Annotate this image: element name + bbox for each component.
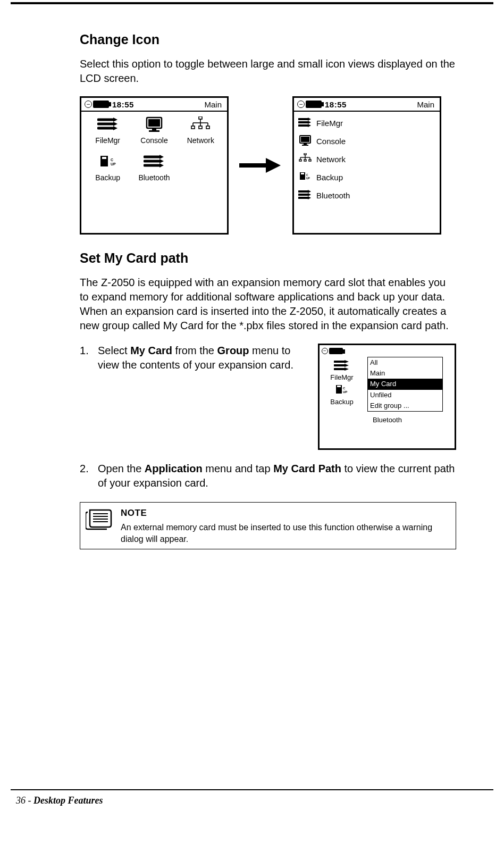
step-text: Open the: [98, 463, 145, 474]
svg-rect-27: [299, 160, 301, 161]
app-label: Backup: [95, 173, 120, 182]
svg-rect-12: [206, 126, 209, 129]
svg-text:UP: UP: [306, 177, 310, 180]
app-filemgr[interactable]: FileMgr: [323, 359, 361, 382]
step-text: menu and tap: [203, 463, 273, 474]
filemgr-icon: [333, 359, 350, 373]
svg-rect-3: [149, 130, 159, 132]
clock-time: 18:55: [112, 100, 134, 109]
list-item-bluetooth[interactable]: Bluetooth: [298, 187, 435, 203]
para-change-icon: Select this option to toggle between lar…: [80, 57, 456, 86]
svg-rect-21: [304, 153, 306, 155]
app-backup[interactable]: CUP Backup: [323, 383, 361, 407]
svg-rect-10: [191, 126, 195, 129]
note-box: NOTE An external memory card must be ins…: [80, 502, 456, 549]
filemgr-icon: [97, 116, 119, 135]
filemgr-icon: [298, 116, 312, 129]
backup-icon: CUP: [333, 383, 350, 397]
step-2: Open the Application menu and tap My Car…: [80, 462, 456, 490]
app-network[interactable]: Network: [178, 116, 224, 150]
note-heading: NOTE: [121, 508, 450, 519]
clock-time: 18:55: [325, 100, 347, 109]
list-item-label: Bluetooth: [316, 191, 350, 200]
list-item-backup[interactable]: CUP Backup: [298, 169, 435, 185]
list-item-console[interactable]: Console: [298, 133, 435, 149]
menu-item-edit-group[interactable]: Edit group ...: [368, 400, 442, 411]
svg-rect-28: [304, 160, 306, 161]
step-text-bold: My Card: [130, 345, 172, 356]
backup-icon: CUP: [97, 153, 119, 172]
menu-item-my-card[interactable]: My Card: [368, 379, 442, 389]
app-console[interactable]: Console: [131, 116, 177, 150]
svg-text:C: C: [111, 158, 113, 162]
note-icon: [86, 507, 113, 533]
console-icon: [143, 116, 165, 135]
svg-rect-35: [337, 386, 341, 387]
page-footer: 36 - Desktop Features: [16, 795, 103, 806]
svg-rect-2: [152, 128, 156, 130]
svg-rect-31: [301, 173, 304, 174]
battery-icon: −: [297, 101, 322, 108]
footer-rule: [11, 789, 493, 790]
list-item-filemgr[interactable]: FileMgr: [298, 115, 435, 131]
footer-sep: -: [26, 795, 33, 806]
app-bluetooth[interactable]: Bluetooth: [131, 153, 177, 187]
para-set-my-card-2: When an expansion card is inserted into …: [80, 304, 456, 333]
list-item-label: FileMgr: [316, 119, 343, 128]
lcd-header: −: [320, 345, 455, 357]
list-item-label: Console: [316, 137, 346, 146]
svg-rect-18: [301, 137, 309, 142]
app-label: Bluetooth: [138, 173, 170, 182]
app-backup[interactable]: CUP Backup: [85, 153, 131, 187]
lcd-group-menu: − FileMgr CUP Backup: [318, 344, 456, 450]
menu-item-all[interactable]: All: [368, 357, 442, 368]
page-number: 36: [16, 795, 26, 806]
svg-text:C: C: [343, 387, 346, 390]
lcd-header: − 18:55 Main: [294, 98, 440, 112]
list-item-network[interactable]: Network: [298, 151, 435, 167]
screen-title: Main: [417, 100, 436, 109]
arrow-icon: [239, 160, 282, 171]
screen-title: Main: [204, 100, 224, 109]
top-rule: [11, 2, 493, 4]
app-label: FileMgr: [95, 136, 120, 145]
network-icon: [189, 116, 212, 135]
menu-item-main[interactable]: Main: [368, 368, 442, 379]
svg-rect-19: [304, 143, 307, 145]
svg-rect-29: [309, 160, 311, 161]
network-icon: [298, 153, 312, 165]
figure-icon-toggle: − 18:55 Main FileMgr Console: [80, 96, 456, 235]
svg-rect-14: [102, 157, 106, 159]
app-label: Backup: [330, 397, 353, 407]
app-label: Console: [140, 136, 167, 145]
heading-set-my-card-path: Set My Card path: [80, 250, 456, 266]
svg-rect-11: [199, 126, 202, 129]
console-icon: [298, 135, 312, 147]
note-body: An external memory card must be inserted…: [121, 522, 450, 545]
bluetooth-icon: [298, 189, 312, 202]
svg-text:UP: UP: [343, 390, 347, 394]
lcd-small-icons: − 18:55 Main FileMgr Console Network: [292, 96, 441, 235]
group-menu[interactable]: All Main My Card Unfiled Edit group ...: [367, 357, 443, 412]
list-item-label: Network: [316, 155, 346, 164]
svg-rect-20: [302, 145, 308, 146]
svg-text:UP: UP: [111, 162, 116, 166]
app-filemgr[interactable]: FileMgr: [85, 116, 131, 150]
footer-title: Desktop Features: [33, 795, 103, 806]
step-text: Select: [98, 345, 130, 356]
app-label: FileMgr: [330, 373, 353, 382]
backup-icon: CUP: [298, 171, 312, 183]
app-label: Network: [187, 136, 214, 145]
step-text-bold: Group: [217, 345, 249, 356]
step-text-bold: Application: [145, 463, 203, 474]
step-text: from the: [172, 345, 217, 356]
battery-icon: −: [85, 101, 109, 108]
step-text-bold: My Card Path: [273, 463, 341, 474]
heading-change-icon: Change Icon: [80, 32, 456, 47]
lcd-large-icons: − 18:55 Main FileMgr Console: [80, 96, 229, 235]
para-set-my-card-1: The Z-2050 is equipped with an expansion…: [80, 275, 456, 304]
lcd-header: − 18:55 Main: [81, 98, 227, 112]
svg-rect-4: [199, 116, 202, 119]
app-label: Bluetooth: [373, 415, 402, 425]
menu-item-unfiled[interactable]: Unfiled: [368, 390, 442, 400]
